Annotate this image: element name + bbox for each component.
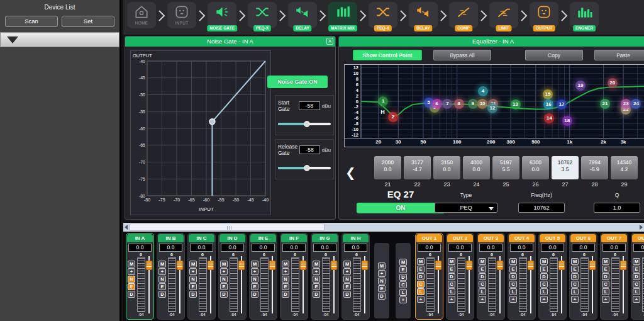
channel-button-d[interactable]: D [509,273,517,280]
channel-strip-in-e[interactable]: IN E0.0M+NED6-64 [249,233,277,320]
scrollbar-thumb[interactable] [130,223,325,231]
channel-button-e[interactable]: E [417,266,425,273]
eq-control-point-10[interactable]: 10 [477,99,487,109]
paste-button[interactable]: Paste [594,50,644,60]
channel-strip-in-h[interactable]: IN H0.0M+NED6-64 [341,233,370,320]
gate-value-box[interactable]: -58 [299,145,320,154]
channel-strip-out-1[interactable]: OUT 10.0MEDCL+6-64 [415,233,443,320]
channel-button-c[interactable]: C [448,281,455,288]
channel-button-m[interactable]: M [602,258,609,265]
scroll-right-icon[interactable] [640,225,643,230]
channel-gain-value[interactable]: 0.0 [418,244,441,252]
eq-control-point-2[interactable]: 2H [388,112,398,122]
channel-gain-value[interactable]: 0.0 [221,244,244,252]
fader-handle[interactable] [300,261,307,270]
channel-button-+[interactable]: + [479,296,486,303]
fader-handle[interactable] [331,261,338,270]
channel-button-e[interactable]: E [571,266,579,273]
channel-strip-out-2[interactable]: OUT 20.0MEDCL+6-64 [446,233,474,320]
channel-button-+[interactable]: + [602,296,609,303]
band-cell-23[interactable]: 31500.0 [433,156,460,179]
eq-control-point-8[interactable]: 8 [454,99,464,109]
fader-handle[interactable] [558,261,565,270]
channel-gain-value[interactable]: 0.0 [602,244,626,252]
channel-button-d[interactable]: D [189,291,197,298]
channel-button-+[interactable]: + [509,296,517,303]
set-button[interactable]: Set [62,16,114,27]
channel-strip-in-a[interactable]: IN A0.0M+NED6-64 [126,233,154,320]
channel-button-m[interactable]: M [509,258,517,265]
channel-button-+[interactable]: + [282,268,289,275]
gate-slider[interactable] [278,165,331,171]
channel-button-m[interactable]: M [571,258,579,265]
eq-control-point-14[interactable]: 14 [544,113,554,123]
channel-button-e[interactable]: E [313,283,320,290]
eq-control-point-23[interactable]: 23 [621,99,631,109]
channel-button-d[interactable]: D [128,291,135,298]
channel-button-l[interactable]: L [448,288,455,295]
channel-button-d[interactable]: D [343,291,351,298]
fader-handle[interactable] [528,261,535,270]
fader-handle[interactable] [362,261,369,270]
channel-strip-out-7[interactable]: OUT 70.0MEDCL+6-64 [600,233,628,320]
channel-button-l[interactable]: L [540,288,548,295]
gate-slider-handle[interactable] [304,121,310,127]
channel-button-e[interactable]: E [509,266,517,273]
toolbar-item-engner[interactable]: ENGNER [570,2,599,28]
gate-slider-handle[interactable] [304,165,310,171]
channel-button-n[interactable]: N [128,276,135,283]
channel-button-m[interactable]: M [417,258,425,265]
channel-button-e[interactable]: E [189,283,197,290]
toolbar-item-limit[interactable]: LIMIT [489,2,518,28]
channel-strip-out-5[interactable]: OUT 50.0MEDCL+6-64 [538,233,567,320]
channel-button-c[interactable]: C [633,281,640,288]
channel-button-n[interactable]: N [282,276,289,283]
channel-gain-value[interactable]: 0.0 [190,244,213,252]
eq-control-point-16[interactable]: 16 [543,99,553,110]
channel-button-e[interactable]: E [448,266,455,273]
channel-strip-out-4[interactable]: OUT 40.0MEDCL+6-64 [508,233,536,320]
channel-button-+[interactable]: + [220,268,228,275]
channel-gain-value[interactable]: 0.0 [128,244,152,252]
channel-button-l[interactable]: L [509,288,517,295]
channel-button-m[interactable]: M [313,261,320,268]
channel-strip-out-6[interactable]: OUT 60.0MEDCL+6-64 [569,233,597,320]
channel-button-d[interactable]: D [313,291,320,298]
channel-button-+[interactable]: + [571,296,579,303]
channel-button-e[interactable]: E [343,283,351,290]
channel-button-m[interactable]: M [479,258,486,265]
channel-button-d[interactable]: D [479,273,486,280]
bus-button-m[interactable]: M [399,259,407,266]
eq-control-point-4[interactable]: 4 [478,86,488,96]
gate-slider[interactable] [278,121,331,127]
channel-button-n[interactable]: N [343,276,351,283]
channel-button-m[interactable]: M [540,258,548,265]
close-icon[interactable]: ✕ [326,38,333,45]
fader-handle[interactable] [269,261,276,270]
channel-button-+[interactable]: + [128,268,135,275]
channel-gain-value[interactable]: 0.0 [282,244,306,252]
channel-button-m[interactable]: M [633,258,640,265]
eq-control-point-6[interactable]: 6 [432,99,442,109]
channel-strip-out-8[interactable]: OUT 80.0MEDCL+6-64 [631,233,644,320]
channel-button-m[interactable]: M [189,261,197,268]
fader-handle[interactable] [620,261,627,270]
channel-button-m[interactable]: M [128,261,135,268]
channel-gain-value[interactable]: 0.0 [313,244,336,252]
channel-button-m[interactable]: M [343,261,351,268]
bus-button-+[interactable]: + [378,270,386,277]
device-dropdown[interactable] [0,32,119,47]
fader-handle[interactable] [208,261,214,270]
eq-control-point-21[interactable]: 21 [600,99,610,109]
toolbar-item-matrix-mix[interactable]: MATRIX MIX [328,2,357,28]
bus-button-l[interactable]: L [399,289,407,296]
toolbar-item-comp[interactable]: COMP [449,2,478,28]
bus-button-c[interactable]: C [399,281,407,288]
scroll-left-icon[interactable] [125,225,128,230]
channel-strip-out-3[interactable]: OUT 30.0MEDCL+6-64 [477,233,505,320]
channel-button-d[interactable]: D [633,273,640,280]
channel-button-m[interactable]: M [158,261,166,268]
channel-button-e[interactable]: E [220,283,228,290]
bus-button-e[interactable]: E [399,266,407,273]
channel-button-+[interactable]: + [251,268,258,275]
